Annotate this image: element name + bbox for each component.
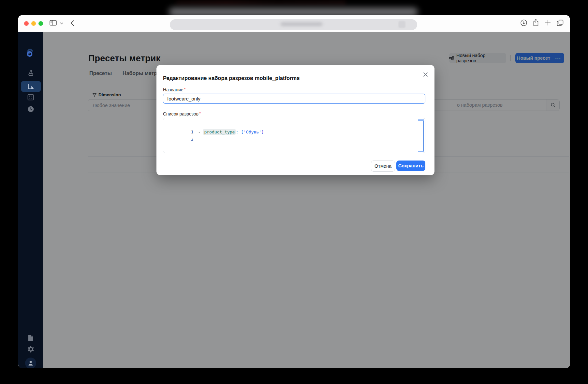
line-number: 2 — [184, 136, 194, 143]
dialog-title: Редактирование набора разрезов mobile_pl… — [163, 75, 300, 81]
blurred-reload-icon — [398, 21, 405, 28]
new-tab-icon[interactable] — [545, 20, 551, 26]
editor-focus-bracket-tick — [418, 151, 424, 152]
bar-chart-icon — [21, 83, 41, 90]
close-icon — [423, 72, 428, 77]
name-input[interactable]: footweare_only — [163, 94, 425, 104]
checklist-icon — [27, 94, 34, 100]
user-avatar[interactable] — [25, 358, 36, 368]
name-input-value: footweare_only — [167, 96, 200, 101]
app-logo[interactable] — [18, 45, 43, 60]
sidebar-item-settings[interactable] — [18, 345, 43, 353]
share-icon[interactable] — [533, 19, 539, 27]
browser-window: Пресеты метрик Пресеты Наборы метрик Наб… — [18, 15, 570, 368]
editor-focus-bracket — [423, 119, 424, 152]
blurred-tabbar-remnant — [176, 1, 345, 5]
chevron-down-icon[interactable] — [60, 22, 63, 24]
document-icon — [28, 334, 34, 341]
save-button[interactable]: Сохранить — [396, 161, 425, 171]
slices-code-editor[interactable]: 1-product_type:['Обувь'] 2 — [163, 118, 425, 153]
sidebar-item-presets[interactable] — [18, 93, 43, 101]
browser-toolbar — [18, 15, 570, 32]
slices-field-label: Список разрезов* — [163, 111, 201, 116]
traffic-light-close[interactable] — [24, 21, 29, 26]
app-sidebar — [18, 32, 43, 368]
tabs-overview-icon[interactable] — [557, 19, 564, 26]
sidebar-item-history[interactable] — [18, 105, 43, 113]
blurred-url-text — [280, 22, 323, 26]
download-icon[interactable] — [520, 19, 527, 26]
name-field-label: Название* — [163, 87, 186, 92]
edit-slice-set-dialog: Редактирование набора разрезов mobile_pl… — [156, 65, 434, 175]
code-line-1: 1-product_type:['Обувь'] — [163, 121, 264, 129]
close-button[interactable] — [421, 70, 430, 79]
editor-focus-bracket-tick — [418, 119, 424, 121]
sidebar-toggle-icon[interactable] — [50, 20, 57, 26]
code-line-2: 2 — [163, 129, 194, 136]
sidebar-item-docs[interactable] — [18, 334, 43, 342]
required-mark: * — [184, 87, 186, 92]
sidebar-item-experiments[interactable] — [18, 69, 43, 77]
person-icon — [27, 360, 34, 366]
gear-icon — [27, 346, 34, 353]
cancel-button[interactable]: Отмена — [371, 161, 395, 172]
yaml-key: product_type — [203, 129, 236, 135]
flask-icon — [27, 69, 34, 76]
traffic-light-minimize[interactable] — [31, 21, 36, 26]
sidebar-item-metrics-active[interactable] — [21, 81, 41, 92]
yaml-value: ['Обувь'] — [241, 130, 264, 134]
text-caret — [201, 96, 201, 101]
required-mark: * — [199, 111, 201, 116]
traffic-light-zoom[interactable] — [38, 21, 43, 26]
back-icon[interactable] — [70, 20, 74, 26]
clock-icon — [27, 106, 34, 113]
